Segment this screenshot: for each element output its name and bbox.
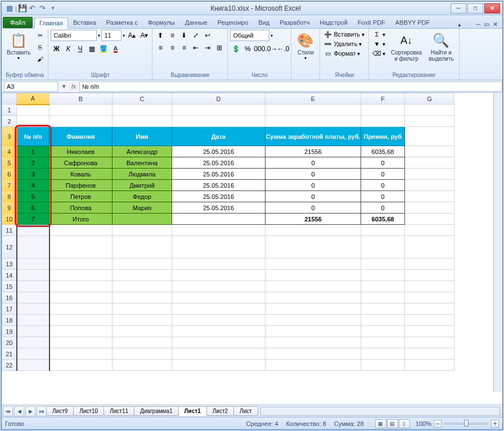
sheet-nav-btn-0[interactable]: ⏮ [3, 406, 13, 416]
doc-restore-icon[interactable]: ▭ [484, 21, 489, 28]
fill-button[interactable]: ▼▾ [371, 39, 387, 48]
cell[interactable] [17, 281, 50, 292]
cell[interactable] [112, 281, 172, 292]
cell[interactable] [50, 225, 112, 236]
row-header-19[interactable]: 19 [2, 326, 17, 337]
zoom-in-button[interactable]: + [491, 420, 499, 428]
cell[interactable] [405, 258, 454, 270]
cell[interactable] [266, 337, 361, 348]
wrap-text-icon[interactable]: ↩ [202, 30, 213, 41]
sheet-nav-btn-2[interactable]: ▶ [25, 406, 35, 416]
table-cell[interactable]: Петров [50, 191, 112, 202]
tab-review[interactable]: Рецензиро [213, 17, 254, 28]
table-cell[interactable]: 6 [17, 202, 50, 214]
table-cell[interactable]: Сафронова [50, 157, 112, 169]
tab-formulas[interactable]: Формулы [143, 17, 180, 28]
cell[interactable] [17, 105, 50, 116]
table-cell[interactable]: Коваль [50, 169, 112, 180]
table-cell[interactable]: Парфенов [50, 180, 112, 191]
cell[interactable] [172, 270, 266, 281]
qat-dropdown-icon[interactable]: ▼ [48, 4, 57, 13]
borders-button[interactable]: ▦ [86, 43, 97, 55]
table-cell[interactable]: 25.05.2016 [172, 180, 266, 191]
table-cell[interactable]: 0 [266, 169, 361, 180]
cell[interactable] [405, 180, 454, 191]
align-bottom-icon[interactable]: ⬇ [178, 30, 190, 41]
cell[interactable] [172, 292, 266, 303]
sheet-tab[interactable]: Лист11 [104, 406, 134, 416]
cell[interactable] [112, 360, 172, 371]
close-button[interactable]: ✕ [484, 3, 500, 13]
tab-view[interactable]: Вид [253, 17, 274, 28]
row-header-1[interactable]: 1 [2, 105, 17, 116]
cell[interactable] [172, 348, 266, 360]
cell[interactable] [112, 326, 172, 337]
sheet-nav-btn-3[interactable]: ⏭ [37, 406, 47, 416]
vertical-scrollbar[interactable] [493, 93, 502, 392]
table-cell[interactable]: 0 [266, 191, 361, 202]
cell[interactable] [112, 258, 172, 270]
cell[interactable] [17, 326, 50, 337]
table-cell[interactable]: 25.05.2016 [172, 146, 266, 157]
cell[interactable] [361, 225, 405, 236]
row-header-7[interactable]: 7 [2, 180, 17, 191]
autosum-button[interactable]: Σ▾ [371, 30, 387, 39]
view-normal-icon[interactable]: ▦ [375, 419, 386, 428]
cell[interactable] [112, 303, 172, 315]
row-header-5[interactable]: 5 [2, 157, 17, 169]
cell[interactable] [172, 105, 266, 116]
cell[interactable] [17, 348, 50, 360]
row-header-2[interactable]: 2 [2, 116, 17, 127]
sheet-tab[interactable]: Лист1 [178, 406, 207, 416]
cell[interactable] [405, 105, 454, 116]
doc-close-icon[interactable]: ✕ [493, 21, 498, 28]
cell[interactable] [405, 326, 454, 337]
sheet-tab[interactable]: Лист2 [206, 406, 234, 416]
table-cell[interactable]: 4 [17, 180, 50, 191]
cell[interactable] [361, 270, 405, 281]
cell[interactable] [266, 116, 361, 127]
cell[interactable] [405, 270, 454, 281]
delete-cells-button[interactable]: ➖Удалить ▾ [322, 39, 366, 48]
view-page-layout-icon[interactable]: ▤ [387, 419, 398, 428]
row-header-13[interactable]: 13 [2, 258, 17, 270]
col-header-B[interactable]: B [50, 93, 112, 105]
decrease-decimal-icon[interactable]: ←.0 [277, 43, 289, 55]
col-header-G[interactable]: G [405, 93, 454, 105]
tab-foxit[interactable]: Foxit PDF [353, 17, 390, 28]
table-header-cell[interactable]: Сумма заработной платы, руб. [266, 127, 361, 146]
cell[interactable] [112, 348, 172, 360]
cell[interactable] [112, 270, 172, 281]
cell[interactable] [50, 258, 112, 270]
cell[interactable] [361, 236, 405, 258]
comma-icon[interactable]: 000 [254, 43, 265, 55]
decrease-indent-icon[interactable]: ⇤ [190, 42, 201, 53]
row-header-11[interactable]: 11 [2, 225, 17, 236]
cell[interactable] [50, 236, 112, 258]
row-header-8[interactable]: 8 [2, 191, 17, 202]
cell[interactable] [266, 348, 361, 360]
row-header-21[interactable]: 21 [2, 348, 17, 360]
format-cells-button[interactable]: ▭Формат ▾ [322, 49, 366, 58]
find-select-button[interactable]: 🔍 Найти и выделить [426, 30, 457, 63]
spreadsheet-grid[interactable]: ABCDEFG123№ п/пФамилияИмяДатаСумма зараб… [2, 93, 454, 371]
cell[interactable] [112, 236, 172, 258]
row-header-14[interactable]: 14 [2, 270, 17, 281]
col-header-F[interactable]: F [361, 93, 405, 105]
grow-font-icon[interactable]: A▴ [126, 30, 137, 41]
cell[interactable] [405, 202, 454, 214]
table-cell[interactable]: Александр [112, 146, 172, 157]
cell[interactable] [361, 292, 405, 303]
table-cell[interactable]: 0 [361, 157, 405, 169]
cell[interactable] [266, 281, 361, 292]
row-header-4[interactable]: 4 [2, 146, 17, 157]
save-icon[interactable]: 💾 [18, 4, 27, 13]
cell[interactable] [266, 360, 361, 371]
paste-button[interactable]: 📋 Вставить ▾ [4, 30, 33, 62]
font-name-select[interactable] [51, 30, 97, 41]
view-page-break-icon[interactable]: ▯ [399, 419, 410, 428]
cell[interactable] [172, 326, 266, 337]
sheet-nav-btn-1[interactable]: ◀ [14, 406, 24, 416]
cell[interactable] [172, 116, 266, 127]
table-header-cell[interactable]: Дата [172, 127, 266, 146]
